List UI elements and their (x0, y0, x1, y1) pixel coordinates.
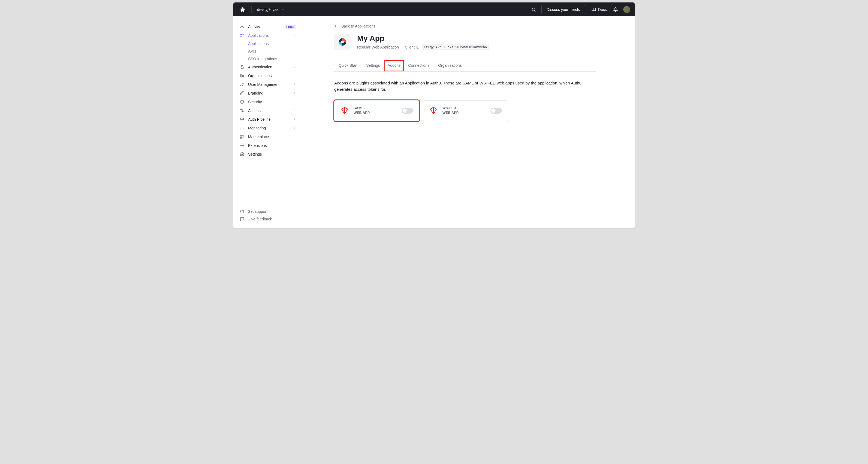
tab-organizations[interactable]: Organizations (434, 60, 466, 71)
arrow-left-icon (334, 24, 338, 28)
main-content: Back to Applications My App Regular Web … (302, 16, 634, 228)
auth0-logo[interactable] (239, 6, 246, 13)
svg-point-17 (242, 145, 243, 146)
chevron-down-icon (281, 8, 284, 11)
addon-title: WS-FED WEB APP (442, 106, 459, 115)
svg-point-21 (341, 41, 344, 43)
svg-point-0 (532, 8, 535, 11)
svg-point-8 (243, 83, 243, 84)
svg-rect-11 (241, 128, 241, 129)
nav-branding[interactable]: Branding (234, 89, 302, 98)
addon-cards: SAML2 WEB APP WS-FED WEB APP (334, 100, 596, 121)
nav-label: Auth Pipeline (248, 117, 289, 122)
nav-applications[interactable]: Applications (234, 31, 302, 40)
lock-icon (240, 65, 244, 69)
nav-authentication[interactable]: Authentication (234, 63, 302, 71)
app-title-block: My App Regular Web Application Client ID… (357, 34, 489, 50)
bars-icon (240, 126, 244, 130)
addon-toggle-saml2[interactable] (402, 108, 413, 113)
app-name: My App (357, 34, 489, 43)
nav-monitoring[interactable]: Monitoring (234, 124, 302, 132)
header-divider (251, 6, 252, 13)
user-avatar[interactable] (623, 6, 630, 13)
activity-icon (240, 25, 244, 29)
bell-icon (613, 7, 618, 12)
help-icon (240, 209, 244, 213)
back-label: Back to Applications (341, 24, 375, 28)
nav-user-management[interactable]: User Management (234, 80, 302, 89)
chevron-right-icon (293, 108, 296, 113)
svg-rect-9 (241, 109, 242, 110)
wsfed-icon (429, 106, 438, 115)
give-feedback-link[interactable]: Give feedback (234, 215, 302, 223)
svg-rect-15 (243, 135, 244, 136)
search-icon (531, 7, 536, 12)
nav-label: Activity (248, 25, 281, 29)
nav-label: Applications (248, 33, 289, 38)
nav-settings[interactable]: Settings (234, 150, 302, 159)
flow-icon (240, 108, 244, 113)
svg-rect-16 (241, 137, 242, 138)
nav-auth-pipeline[interactable]: Auth Pipeline (234, 115, 302, 124)
chevron-right-icon (293, 117, 296, 122)
nav-sub-sso[interactable]: SSO Integrations (248, 55, 302, 63)
tenant-switcher[interactable]: dev-tyj7qyzz (257, 7, 284, 12)
nav-label: User Management (248, 82, 289, 87)
first-badge: FIRST (285, 25, 296, 29)
svg-rect-4 (241, 67, 243, 69)
support-label: Get support (248, 209, 268, 213)
chevron-right-icon (293, 126, 296, 130)
svg-rect-13 (243, 128, 243, 130)
nav-organizations[interactable]: Organizations (234, 71, 302, 80)
discuss-button[interactable]: Discuss your needs (541, 5, 585, 14)
nav-activity[interactable]: Activity FIRST (234, 22, 302, 31)
nav-label: Actions (248, 108, 289, 113)
sidebar-footer: Get support Give feedback (234, 205, 302, 228)
saml-icon (340, 106, 349, 115)
tab-settings[interactable]: Settings (362, 60, 384, 71)
docs-label: Docs (598, 7, 607, 12)
client-id-value[interactable]: CtCqy3AvbQZSo7sE9RiynaPuiXOxvebG (422, 44, 489, 50)
addon-card-wsfed[interactable]: WS-FED WEB APP (423, 100, 508, 121)
back-to-applications-link[interactable]: Back to Applications (334, 24, 375, 28)
nav-label: Extensions (248, 143, 296, 148)
docs-link[interactable]: Docs (592, 7, 607, 12)
nav-sub-applications[interactable]: Applications (248, 40, 302, 47)
svg-rect-2 (242, 34, 244, 35)
tab-addons[interactable]: Addons (384, 60, 404, 71)
nav-label: Branding (248, 91, 289, 95)
notifications-button[interactable] (611, 5, 620, 14)
nav-security[interactable]: Security (234, 98, 302, 106)
building-icon (240, 73, 244, 78)
chevron-right-icon (293, 82, 296, 87)
chat-icon (240, 217, 244, 221)
gear-icon (240, 152, 244, 156)
svg-point-18 (242, 154, 243, 155)
nav-label: Authentication (248, 65, 289, 69)
svg-rect-12 (242, 127, 242, 129)
users-icon (240, 82, 244, 87)
svg-rect-6 (242, 75, 243, 77)
svg-rect-1 (241, 34, 242, 35)
svg-rect-14 (241, 135, 242, 136)
addons-description: Addons are plugins associated with an Ap… (334, 80, 596, 93)
book-icon (592, 7, 596, 12)
grid-plus-icon (240, 135, 244, 139)
chevron-right-icon (293, 65, 296, 69)
nav-extensions[interactable]: Extensions (234, 141, 302, 150)
shield-icon (240, 100, 244, 104)
nav-marketplace[interactable]: Marketplace (234, 132, 302, 141)
feedback-label: Give feedback (248, 217, 272, 221)
tab-connections[interactable]: Connections (404, 60, 434, 71)
puzzle-icon (240, 143, 244, 148)
nav-actions[interactable]: Actions (234, 106, 302, 115)
addon-card-saml2[interactable]: SAML2 WEB APP (334, 100, 419, 121)
search-button[interactable] (529, 5, 539, 14)
tabs: Quick Start Settings Addons Connections … (334, 60, 596, 72)
app-header: My App Regular Web Application Client ID… (334, 34, 596, 50)
nav-sub-apis[interactable]: APIs (248, 47, 302, 55)
tab-quick-start[interactable]: Quick Start (334, 60, 362, 71)
get-support-link[interactable]: Get support (234, 208, 302, 215)
addon-toggle-wsfed[interactable] (490, 108, 502, 113)
nav-label: Security (248, 100, 289, 104)
